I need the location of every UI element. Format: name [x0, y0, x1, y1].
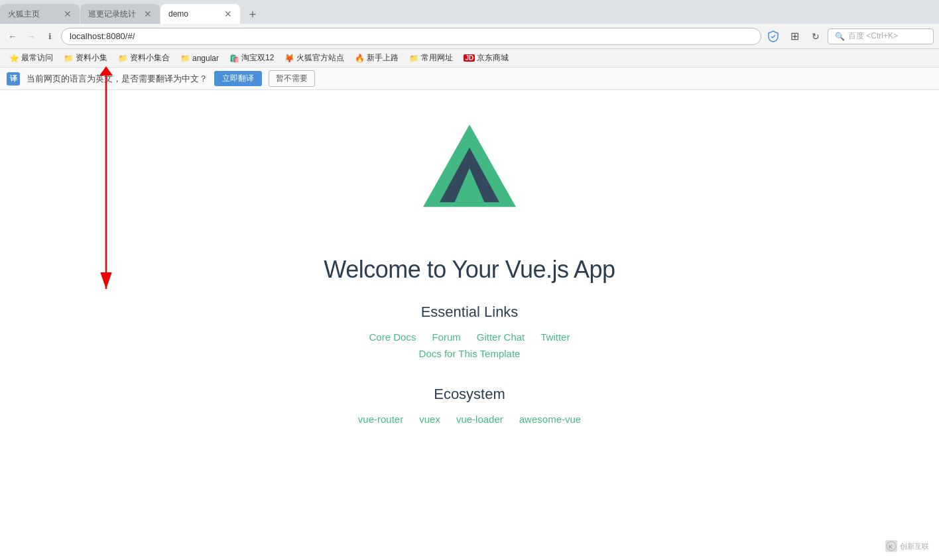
bookmark-materials[interactable]: 📁 资料小集 — [60, 51, 111, 65]
shield-icon[interactable] — [765, 28, 781, 44]
translate-icon: 译 — [7, 72, 20, 85]
core-docs-link[interactable]: Core Docs — [369, 331, 416, 343]
extensions-icon[interactable]: ⊞ — [786, 28, 802, 44]
bookmark-firefox-official[interactable]: 🦊 火狐官方站点 — [281, 51, 348, 65]
docs-template-link[interactable]: Docs for This Template — [419, 348, 521, 359]
tab-close-icon[interactable]: ✕ — [144, 9, 152, 19]
url-text: localhost:8080/#/ — [70, 31, 135, 41]
bookmark-beginner[interactable]: 🔥 新手上路 — [351, 51, 403, 65]
jd-icon: JD — [464, 54, 475, 62]
vue-router-link[interactable]: vue-router — [358, 414, 403, 425]
vue-logo — [410, 117, 529, 236]
translation-message: 当前网页的语言为英文，是否需要翻译为中文？ — [27, 73, 208, 85]
tab-firefox-home[interactable]: 火狐主页 ✕ — [0, 4, 80, 24]
folder-icon: 📁 — [118, 54, 128, 63]
essential-links-title: Essential Links — [421, 304, 519, 321]
folder-icon: 📁 — [64, 54, 74, 63]
folder-icon: 📁 — [409, 54, 419, 63]
bookmarks-bar: ⭐ 最常访问 📁 资料小集 📁 资料小集合 📁 angular 🛍️ 淘宝双12… — [0, 49, 939, 68]
new-tab-button[interactable]: + — [243, 5, 262, 24]
ecosystem-section: Ecosystem vue-router vuex vue-loader awe… — [358, 386, 581, 430]
bookmark-angular[interactable]: 📁 angular — [176, 52, 223, 64]
essential-links-row: Core Docs Forum Gitter Chat Twitter — [369, 331, 570, 343]
vuex-link[interactable]: vuex — [419, 414, 440, 425]
tab-demo[interactable]: demo ✕ — [160, 4, 240, 24]
taobao-icon: 🛍️ — [229, 54, 239, 63]
bookmark-materials-collection[interactable]: 📁 资料小集合 — [114, 51, 174, 65]
frequent-icon: ⭐ — [9, 54, 19, 63]
bookmark-common-urls[interactable]: 📁 常用网址 — [405, 51, 457, 65]
tab-close-icon[interactable]: ✕ — [64, 9, 72, 19]
search-placeholder: 百度 <Ctrl+K> — [848, 30, 898, 42]
address-bar: ← → ℹ localhost:8080/#/ ⊞ ↻ 🔍 百度 <Ctrl+K… — [0, 24, 939, 49]
info-icon[interactable]: ℹ — [42, 29, 57, 44]
svg-text:K: K — [889, 543, 893, 550]
awesome-vue-link[interactable]: awesome-vue — [519, 414, 581, 425]
firefox-icon: 🦊 — [284, 54, 294, 63]
no-translate-button[interactable]: 暂不需要 — [269, 70, 315, 87]
forward-button: → — [24, 29, 38, 44]
tab-patrol[interactable]: 巡更记录统计 ✕ — [80, 4, 160, 24]
beginner-icon: 🔥 — [355, 54, 365, 63]
forum-link[interactable]: Forum — [432, 331, 460, 343]
bookmark-taobao[interactable]: 🛍️ 淘宝双12 — [225, 51, 278, 65]
watermark-logo: K — [885, 540, 897, 552]
welcome-title: Welcome to Your Vue.js App — [324, 256, 615, 284]
tab-close-icon[interactable]: ✕ — [224, 9, 232, 19]
twitter-link[interactable]: Twitter — [540, 331, 570, 343]
page-content: Welcome to Your Vue.js App Essential Lin… — [0, 90, 939, 560]
ecosystem-links-row: vue-router vuex vue-loader awesome-vue — [358, 414, 581, 425]
search-bar[interactable]: 🔍 百度 <Ctrl+K> — [828, 28, 934, 44]
folder-icon: 📁 — [180, 54, 190, 63]
bookmark-jd[interactable]: JD 京东商城 — [460, 51, 513, 65]
translate-now-button[interactable]: 立即翻译 — [214, 71, 262, 86]
tab-bar: 火狐主页 ✕ 巡更记录统计 ✕ demo ✕ + — [0, 0, 939, 24]
back-button[interactable]: ← — [5, 29, 20, 44]
ecosystem-title: Ecosystem — [434, 386, 505, 403]
browser-chrome: 火狐主页 ✕ 巡更记录统计 ✕ demo ✕ + ← → ℹ localhost… — [0, 0, 939, 90]
watermark: K 创新互联 — [885, 540, 929, 552]
watermark-text: 创新互联 — [900, 541, 929, 551]
right-icons: ⊞ ↻ — [765, 28, 824, 44]
bookmark-frequent[interactable]: ⭐ 最常访问 — [5, 51, 57, 65]
vue-loader-link[interactable]: vue-loader — [456, 414, 503, 425]
gitter-chat-link[interactable]: Gitter Chat — [477, 331, 525, 343]
translation-bar: 译 当前网页的语言为英文，是否需要翻译为中文？ 立即翻译 暂不需要 — [0, 68, 939, 90]
reload-icon[interactable]: ↻ — [808, 28, 824, 44]
url-bar[interactable]: localhost:8080/#/ — [61, 28, 761, 45]
